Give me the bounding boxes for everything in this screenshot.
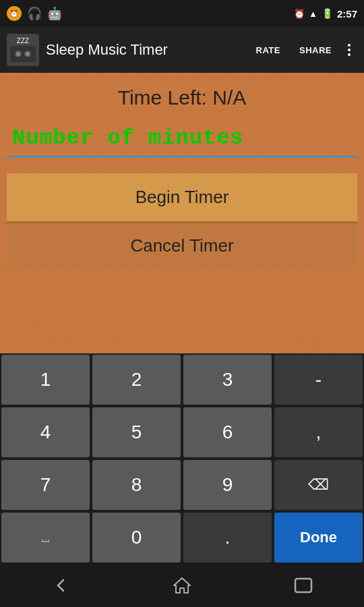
main-content: Time Left: N/A Number of minutes Begin T… bbox=[0, 73, 364, 353]
key-1[interactable]: 1 bbox=[1, 354, 90, 405]
app-bar-actions: RATE SHARE bbox=[247, 38, 357, 61]
back-button[interactable] bbox=[38, 569, 84, 602]
alarm-icon: ⏰ bbox=[7, 6, 22, 21]
svg-rect-1 bbox=[295, 579, 311, 592]
home-button[interactable] bbox=[158, 569, 206, 602]
key-done[interactable]: Done bbox=[274, 512, 363, 563]
menu-dot-3 bbox=[348, 53, 351, 56]
key-0[interactable]: 0 bbox=[92, 512, 181, 563]
wifi-icon: ▲ bbox=[309, 9, 317, 19]
key-backspace[interactable]: ⌫ bbox=[274, 459, 363, 511]
app-bar: ZZZ Sleep Music Timer RATE SHARE bbox=[0, 27, 364, 73]
android-icon: 🤖 bbox=[47, 6, 62, 21]
headset-icon: 🎧 bbox=[27, 6, 42, 21]
menu-button[interactable] bbox=[341, 38, 357, 61]
key-8[interactable]: 8 bbox=[92, 459, 181, 511]
status-left-icons: ⏰ 🎧 🤖 bbox=[7, 6, 62, 21]
minutes-input[interactable]: Number of minutes bbox=[7, 123, 357, 153]
key-space[interactable]: ⎵ bbox=[1, 512, 90, 563]
rate-button[interactable]: RATE bbox=[247, 40, 290, 61]
key-period[interactable]: . bbox=[183, 512, 272, 563]
key-5[interactable]: 5 bbox=[92, 407, 181, 458]
key-9[interactable]: 9 bbox=[183, 459, 272, 511]
svg-marker-0 bbox=[174, 578, 190, 593]
begin-timer-button[interactable]: Begin Timer bbox=[7, 173, 357, 223]
keyboard-row-3: 7 8 9 ⌫ bbox=[0, 459, 364, 511]
key-3[interactable]: 3 bbox=[183, 354, 272, 405]
status-time: 2:57 bbox=[337, 8, 357, 20]
key-dash[interactable]: - bbox=[274, 354, 363, 405]
home-icon bbox=[172, 575, 192, 596]
key-2[interactable]: 2 bbox=[92, 354, 181, 405]
app-title: Sleep Music Timer bbox=[46, 41, 240, 59]
recent-apps-button[interactable] bbox=[280, 571, 326, 600]
app-icon: ZZZ bbox=[7, 34, 39, 66]
keyboard: 1 2 3 - 4 5 6 , 7 8 9 ⌫ ⎵ 0 . Done bbox=[0, 353, 364, 564]
menu-dot-2 bbox=[348, 49, 351, 51]
cancel-timer-button[interactable]: Cancel Timer bbox=[7, 223, 357, 268]
keyboard-row-1: 1 2 3 - bbox=[0, 353, 364, 406]
tape-reel-right bbox=[24, 51, 31, 57]
zzz-label: ZZZ bbox=[10, 38, 36, 45]
keyboard-row-4: ⎵ 0 . Done bbox=[0, 511, 364, 564]
back-icon bbox=[51, 576, 70, 595]
key-comma[interactable]: , bbox=[274, 407, 363, 458]
key-7[interactable]: 7 bbox=[1, 459, 90, 511]
status-right-icons: ⏰ ▲ 🔋 2:57 bbox=[294, 8, 357, 20]
input-container[interactable]: Number of minutes bbox=[7, 123, 357, 157]
clock-status-icon: ⏰ bbox=[294, 9, 305, 19]
recent-apps-icon bbox=[294, 577, 313, 594]
time-left-display: Time Left: N/A bbox=[118, 86, 247, 109]
battery-icon: 🔋 bbox=[322, 8, 333, 19]
nav-bar bbox=[0, 564, 364, 607]
key-6[interactable]: 6 bbox=[183, 407, 272, 458]
tape-icon bbox=[10, 46, 36, 62]
share-button[interactable]: SHARE bbox=[290, 40, 341, 61]
status-bar: ⏰ 🎧 🤖 ⏰ ▲ 🔋 2:57 bbox=[0, 0, 364, 27]
menu-dot-1 bbox=[348, 44, 351, 47]
key-4[interactable]: 4 bbox=[1, 407, 90, 458]
tape-reel-left bbox=[15, 51, 22, 57]
keyboard-row-2: 4 5 6 , bbox=[0, 406, 364, 459]
